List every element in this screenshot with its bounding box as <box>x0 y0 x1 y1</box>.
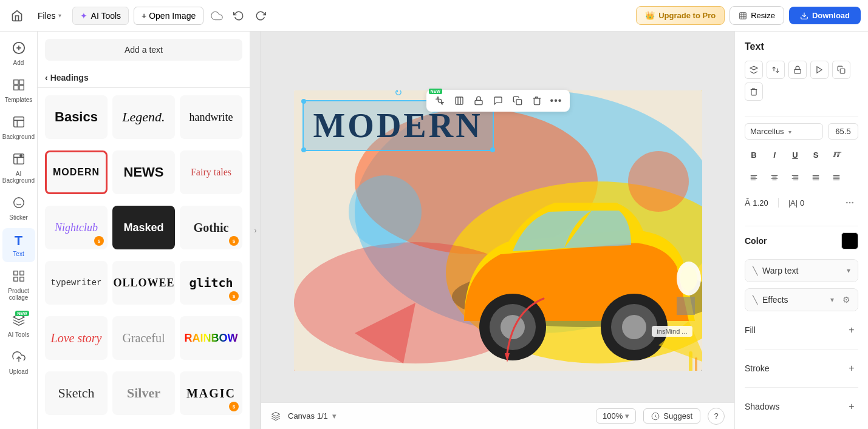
suggest-button[interactable]: Suggest <box>643 408 700 424</box>
effects-settings-icon[interactable]: ⚙ <box>842 295 850 305</box>
align-left-button[interactable] <box>745 169 763 187</box>
style-halloween[interactable]: HOLLOWEEN <box>112 261 175 305</box>
canvas-image[interactable]: ↻ MODERN insMind ... <box>294 90 702 371</box>
style-lovestory[interactable]: Love story <box>45 316 108 360</box>
canvas-toolbar-transform[interactable] <box>451 92 468 109</box>
align-distribute-button[interactable] <box>827 169 846 187</box>
spacing-more-button[interactable] <box>841 194 858 211</box>
bold-button[interactable]: B <box>745 146 763 164</box>
sidebar-item-sticker[interactable]: Sticker <box>2 191 35 226</box>
svg-point-11 <box>19 155 22 157</box>
upgrade-button[interactable]: 👑 Upgrade to Pro <box>636 6 725 25</box>
main-content: Add Templates Background AI Background S… <box>0 32 868 429</box>
warp-chevron-icon: ▾ <box>847 266 850 275</box>
home-button[interactable] <box>7 6 27 25</box>
svg-rect-16 <box>19 271 23 275</box>
style-fairytales[interactable]: Fairy tales <box>180 150 242 194</box>
style-typewriter[interactable]: typewriter <box>45 261 108 305</box>
open-image-button[interactable]: + Open Image <box>134 7 203 25</box>
resize-button[interactable]: Resize <box>730 6 784 25</box>
svg-rect-9 <box>13 117 24 127</box>
sidebar-item-upload[interactable]: Upload <box>2 345 35 380</box>
delete-icon-btn[interactable] <box>745 83 763 101</box>
strikethrough-button[interactable]: S <box>807 146 825 164</box>
handle-br[interactable] <box>490 147 495 152</box>
add-text-button[interactable]: Add a text <box>45 39 242 61</box>
redo-button[interactable] <box>252 7 269 24</box>
stroke-add-button[interactable]: + <box>845 362 858 375</box>
warp-icon: ╲ <box>753 266 757 275</box>
back-to-headings-button[interactable]: ‹ Headings <box>45 73 89 83</box>
canvas-toolbar-copy[interactable] <box>509 92 526 109</box>
layers-icon-btn[interactable] <box>745 61 763 79</box>
align-justify-button[interactable] <box>807 169 825 187</box>
effects-header[interactable]: ╲ Effects ▾ ⚙ <box>745 289 858 311</box>
style-glitch[interactable]: glitch $ <box>180 261 242 305</box>
more-icon: ••• <box>550 95 562 106</box>
color-swatch[interactable] <box>841 232 858 249</box>
style-masked[interactable]: Masked <box>112 206 175 249</box>
line-spacing-item: |A| 0 <box>788 198 805 208</box>
rotate-handle[interactable]: ↻ <box>392 90 404 99</box>
collapse-panel-button[interactable]: › <box>250 32 261 429</box>
sidebar-item-product-collage[interactable]: Product collage <box>2 265 35 306</box>
canvas-toolbar-crop[interactable]: NEW <box>431 92 448 109</box>
style-basics[interactable]: Basics <box>45 95 108 139</box>
back-arrow-icon: ‹ <box>45 73 48 83</box>
style-handwrite[interactable]: handwrite <box>180 95 242 139</box>
svg-rect-40 <box>695 357 697 371</box>
undo-button[interactable] <box>230 7 247 24</box>
style-sketch[interactable]: Sketch <box>45 371 108 415</box>
style-legend[interactable]: Legend. <box>112 95 175 139</box>
files-menu[interactable]: Files ▾ <box>32 7 67 24</box>
style-nightclub[interactable]: Nightclub $ <box>45 206 108 249</box>
flip-icon-btn[interactable] <box>767 61 785 79</box>
lock-icon-btn[interactable] <box>788 61 807 79</box>
handle-tl[interactable] <box>301 99 306 104</box>
right-panel: Text Marcellus <box>734 32 868 429</box>
open-image-label: + Open Image <box>142 11 196 21</box>
download-button[interactable]: Download <box>789 7 861 24</box>
sidebar-item-templates[interactable]: Templates <box>2 73 35 108</box>
fill-add-button[interactable]: + <box>845 323 858 337</box>
italic-button[interactable]: I <box>765 146 784 164</box>
cloud-icon[interactable] <box>208 7 225 24</box>
help-button[interactable]: ? <box>708 408 725 425</box>
canvas-toolbar-more[interactable]: ••• <box>548 92 565 109</box>
style-silver[interactable]: Silver <box>112 371 175 415</box>
underline-button[interactable]: U <box>786 146 804 164</box>
style-masked-label: Masked <box>120 220 167 235</box>
italic2-button[interactable]: 𝕀𝕋 <box>827 146 846 164</box>
style-magic[interactable]: MAGIC $ <box>180 371 242 415</box>
sidebar-item-ai-background[interactable]: AI Background <box>2 147 35 189</box>
canvas-toolbar-delete[interactable] <box>528 92 545 109</box>
sidebar-item-text[interactable]: T Text <box>2 228 35 262</box>
letter-spacing-item: Ā 1.20 <box>745 198 768 208</box>
ai-tools-button[interactable]: ✦ AI Tools <box>72 7 129 25</box>
duplicate-icon-btn[interactable] <box>832 61 850 79</box>
layers-button[interactable] <box>271 411 281 421</box>
font-size-value: 65.5 <box>835 127 850 136</box>
font-size-input[interactable]: 65.5 <box>828 123 858 140</box>
align-center-button[interactable] <box>765 169 784 187</box>
style-news[interactable]: NEWS <box>112 150 175 194</box>
sidebar-item-background[interactable]: Background <box>2 110 35 145</box>
pro-badge-glitch: $ <box>229 291 239 301</box>
page-chevron-icon[interactable]: ▾ <box>332 411 337 421</box>
position-icon-btn[interactable] <box>810 61 829 79</box>
style-silver-label: Silver <box>127 385 160 401</box>
zoom-control[interactable]: 100% ▾ <box>596 408 636 424</box>
sidebar-item-ai-tools[interactable]: NEW AI Tools <box>2 308 35 343</box>
canvas-toolbar-lock[interactable] <box>470 92 487 109</box>
align-right-button[interactable] <box>786 169 804 187</box>
handle-bl[interactable] <box>301 147 306 152</box>
font-name-selector[interactable]: Marcellus ▾ <box>745 123 823 140</box>
shadows-add-button[interactable]: + <box>845 400 858 413</box>
sidebar-item-add[interactable]: Add <box>2 36 35 71</box>
style-graceful[interactable]: Graceful <box>112 316 175 360</box>
style-gothic[interactable]: Gothic $ <box>180 206 242 249</box>
style-rainbow[interactable]: RAINBOW <box>180 316 242 360</box>
style-modern[interactable]: MODERN <box>45 150 108 194</box>
warp-text-header[interactable]: ╲ Warp text ▾ <box>745 260 858 282</box>
canvas-toolbar-comment[interactable] <box>490 92 507 109</box>
